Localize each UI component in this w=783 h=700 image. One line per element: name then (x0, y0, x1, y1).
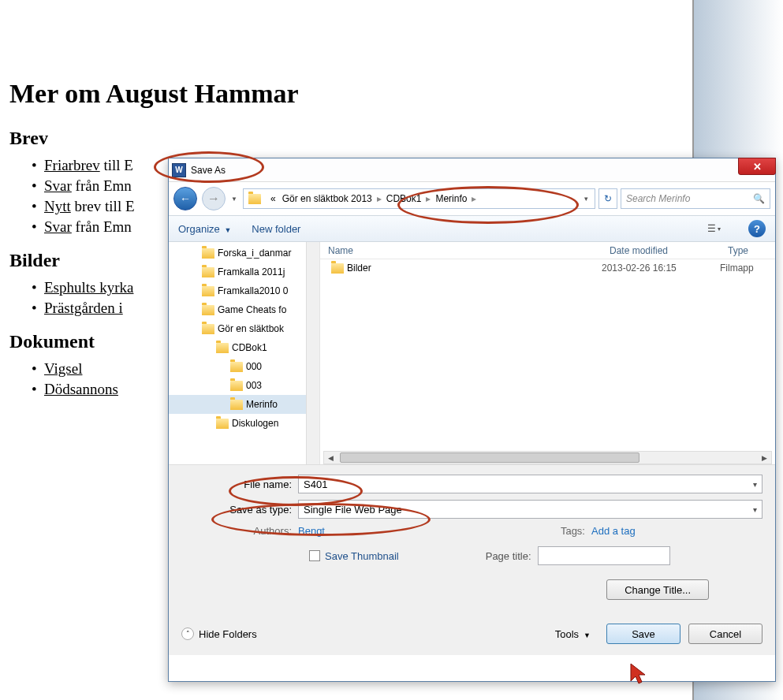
refresh-icon: ↻ (604, 193, 612, 204)
file-type: Filmapp (720, 262, 775, 274)
organize-menu[interactable]: Organize ▼ (178, 223, 231, 235)
bottom-row: ˄ Hide Folders Tools▼ Save Cancel (169, 624, 775, 655)
folder-icon (202, 248, 214, 259)
link-text[interactable]: Prästgården i (44, 300, 123, 316)
link-text[interactable]: Svar (44, 218, 72, 235)
change-title-row: Change Title... (181, 579, 762, 600)
col-header-date[interactable]: Date modified (602, 245, 720, 256)
link-text[interactable]: Dödsannons (44, 381, 118, 397)
link-text[interactable]: Nytt (44, 198, 71, 214)
folder-icon (216, 343, 229, 353)
link-text[interactable]: Friarbrev (44, 157, 100, 173)
tree-item[interactable]: CDBok1 (169, 338, 319, 357)
titlebar[interactable]: W Save As ✕ (169, 158, 775, 182)
file-row[interactable]: Bilder 2013-02-26 16:15 Filmapp (320, 259, 775, 277)
folder-icon (230, 381, 243, 391)
form-area: File name: S401 Save as type: Single Fil… (169, 464, 775, 624)
chevron-right-icon: ▸ (424, 193, 432, 204)
file-list: Name Date modified Type Bilder 2013-02-2… (320, 242, 775, 464)
tree-item[interactable]: Forska_i_danmar (169, 244, 319, 262)
doc-section-brev: Brev (9, 128, 299, 149)
col-header-name[interactable]: Name (320, 245, 602, 256)
file-name-label: File name: (181, 478, 298, 490)
tools-menu[interactable]: Tools▼ (555, 628, 591, 640)
chevron-down-icon: ▼ (224, 226, 231, 234)
breadcrumb-seg[interactable]: Gör en släktbok 2013 (279, 193, 375, 204)
horizontal-scrollbar[interactable]: ◀ ▶ (323, 451, 772, 464)
authors-label: Authors: (181, 525, 298, 537)
hide-folders-button[interactable]: ˄ Hide Folders (181, 627, 257, 640)
chevron-right-icon: ▸ (375, 193, 383, 204)
folder-tree: Forska_i_danmar Framkalla 2011j Framkall… (169, 242, 320, 464)
authors-value[interactable]: Bengt (298, 525, 325, 537)
close-icon: ✕ (753, 161, 762, 173)
folder-icon (202, 267, 214, 277)
tree-item[interactable]: Framkalla2010 0 (169, 281, 319, 300)
doc-heading: Mer om August Hammar (9, 79, 299, 109)
navigation-bar: ← → ▼ « Gör en släktbok 2013 ▸ CDBok1 ▸ … (169, 182, 775, 215)
search-icon: 🔍 (753, 193, 765, 204)
new-folder-button[interactable]: New folder (252, 223, 300, 235)
breadcrumb[interactable]: « Gör en släktbok 2013 ▸ CDBok1 ▸ Merinf… (243, 188, 595, 209)
search-input[interactable]: Search Merinfo 🔍 (621, 188, 770, 209)
tree-items: Forska_i_danmar Framkalla 2011j Framkall… (169, 242, 319, 434)
save-type-label: Save as type: (181, 504, 298, 516)
breadcrumb-prefix: « (267, 193, 279, 204)
folder-icon (216, 419, 229, 429)
scroll-left-icon[interactable]: ◀ (324, 454, 337, 462)
cancel-button[interactable]: Cancel (688, 624, 762, 644)
breadcrumb-seg[interactable]: CDBok1 (383, 193, 425, 204)
file-name: Bilder (347, 262, 371, 274)
save-thumbnail-checkbox[interactable] (309, 550, 320, 561)
tree-scrollbar[interactable] (306, 242, 319, 464)
link-text[interactable]: Svar (44, 177, 72, 194)
link-text[interactable]: Vigsel (44, 360, 82, 377)
tree-item[interactable]: 000 (169, 357, 319, 376)
tags-label: Tags: (475, 525, 591, 537)
folder-icon (331, 263, 344, 274)
breadcrumb-seg[interactable]: Merinfo (432, 193, 470, 204)
scrollbar-thumb[interactable] (340, 452, 639, 463)
breadcrumb-dropdown[interactable]: ▾ (584, 195, 591, 203)
tree-item-selected[interactable]: Merinfo (169, 395, 319, 414)
change-title-button[interactable]: Change Title... (606, 579, 709, 600)
tree-item[interactable]: Framkalla 2011j (169, 262, 319, 281)
folder-icon (202, 286, 214, 296)
refresh-button[interactable]: ↻ (598, 188, 617, 209)
tree-item[interactable]: Diskulogen (169, 414, 319, 433)
scroll-right-icon[interactable]: ▶ (758, 454, 771, 462)
explorer-body: Forska_i_danmar Framkalla 2011j Framkall… (169, 242, 775, 464)
save-button[interactable]: Save (606, 624, 680, 644)
tree-item[interactable]: 003 (169, 376, 319, 395)
page-title-label: Page title: (486, 550, 538, 562)
dialog-title: Save As (191, 165, 226, 176)
nav-history-dropdown[interactable]: ▼ (229, 187, 240, 210)
col-header-type[interactable]: Type (720, 245, 775, 256)
file-date: 2013-02-26 16:15 (602, 262, 720, 274)
tree-item[interactable]: Gör en släktbok (169, 319, 319, 338)
link-text[interactable]: Esphults kyrka (44, 279, 133, 296)
tags-value[interactable]: Add a tag (591, 525, 636, 537)
thumbnail-row: Save Thumbnail Page title: (181, 546, 762, 565)
close-button[interactable]: ✕ (738, 158, 776, 175)
nav-forward-button[interactable]: → (202, 187, 226, 210)
help-icon: ? (754, 223, 760, 235)
page-title-field[interactable] (538, 546, 670, 565)
arrow-left-icon: ← (180, 192, 191, 205)
help-button[interactable]: ? (748, 220, 766, 237)
save-type-field[interactable]: Single File Web Page (298, 500, 762, 519)
file-list-header: Name Date modified Type (320, 242, 775, 259)
nav-back-button[interactable]: ← (173, 187, 197, 210)
file-name-field[interactable]: S401 (298, 475, 762, 493)
chevron-down-icon: ▼ (584, 631, 591, 639)
view-options-button[interactable]: ☰ ▾ (699, 220, 728, 237)
folder-icon (248, 194, 261, 204)
search-placeholder: Search Merinfo (626, 193, 690, 204)
chevron-right-icon: ▸ (470, 193, 478, 204)
meta-row: Authors: Bengt Tags: Add a tag (181, 525, 762, 537)
save-thumbnail-label: Save Thumbnail (325, 550, 399, 562)
arrow-right-icon: → (207, 192, 220, 206)
tree-item[interactable]: Game Cheats fo (169, 300, 319, 319)
folder-icon (230, 400, 243, 410)
save-type-row: Save as type: Single File Web Page (181, 500, 762, 519)
